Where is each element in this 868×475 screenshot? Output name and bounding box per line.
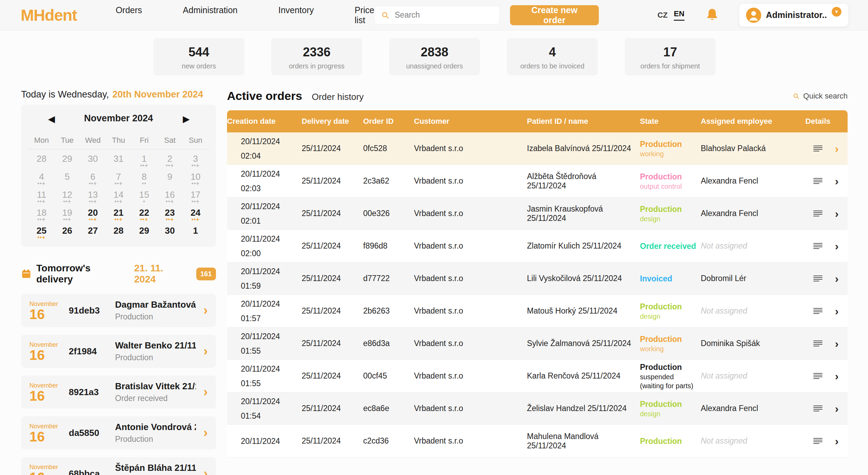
calendar-day[interactable]: 30: [80, 151, 106, 169]
order-details-chevron-icon[interactable]: [835, 209, 839, 218]
quick-search[interactable]: Quick search: [792, 92, 848, 101]
order-row[interactable]: 20/11/2024 02:00 25/11/2024 f896d8 Vrbad…: [227, 230, 848, 262]
order-notes-icon[interactable]: [813, 243, 822, 249]
calendar-day[interactable]: 6 ••+: [80, 169, 106, 187]
order-details-chevron-icon[interactable]: [835, 404, 839, 413]
calendar-day[interactable]: 12 ••+: [54, 187, 80, 205]
calendar-day[interactable]: 5: [54, 169, 80, 187]
delivery-chevron-icon[interactable]: [204, 346, 208, 356]
stat-card[interactable]: 2838 unassigned orders: [389, 38, 480, 75]
calendar-day-orders-marker: ••+: [54, 199, 80, 204]
order-row[interactable]: 20/11/2024 25/11/2024 c2cd36 Vrbadent s.…: [227, 425, 848, 457]
calendar-day[interactable]: 1: [183, 223, 208, 241]
calendar-day[interactable]: 2 ••+: [157, 151, 182, 169]
user-menu[interactable]: Administrator..: [739, 4, 848, 27]
calendar-day[interactable]: 22 ••+: [131, 205, 157, 223]
order-details-chevron-icon[interactable]: [835, 177, 839, 185]
delivery-chevron-icon[interactable]: [204, 428, 208, 438]
calendar-day[interactable]: 13 ••+: [80, 187, 106, 205]
order-notes-icon[interactable]: [813, 146, 822, 151]
calendar-day[interactable]: 21 ••+: [106, 205, 131, 223]
calendar-day[interactable]: 29: [54, 151, 80, 169]
order-details-chevron-icon[interactable]: [835, 437, 839, 445]
delivery-chevron-icon[interactable]: [204, 468, 208, 475]
calendar-day[interactable]: 24 ••+: [183, 205, 208, 223]
app-logo[interactable]: MHdent: [21, 6, 77, 25]
delivery-card[interactable]: November 16 68bbca Štěpán Bláha 21/11/20…: [21, 457, 216, 475]
order-details-chevron-icon[interactable]: [835, 274, 839, 283]
order-notes-icon[interactable]: [813, 211, 822, 216]
calendar-day[interactable]: 30: [157, 223, 182, 241]
tab-order-history[interactable]: Order history: [312, 92, 364, 102]
order-notes-icon[interactable]: [813, 373, 822, 379]
stat-card[interactable]: 2336 orders in progress: [271, 38, 362, 75]
calendar-day[interactable]: 18 ••+: [29, 205, 54, 223]
chevron-down-icon[interactable]: [832, 7, 841, 17]
stat-card[interactable]: 544 new orders: [153, 38, 244, 75]
order-details-chevron-icon[interactable]: [835, 372, 839, 380]
nav-item[interactable]: Price list: [355, 5, 374, 25]
order-row[interactable]: 20/11/2024 01:54 25/11/2024 ec8a6e Vrbad…: [227, 392, 848, 425]
stat-card[interactable]: 4 orders to be invoiced: [507, 38, 598, 75]
stat-card[interactable]: 17 orders for shipment: [625, 38, 716, 75]
calendar-day[interactable]: 25 ••+: [29, 223, 54, 241]
delivery-date-block: November 16: [29, 423, 61, 443]
order-details-chevron-icon[interactable]: [835, 145, 839, 153]
calendar-day[interactable]: 17 ••+: [183, 187, 208, 205]
calendar-day[interactable]: 28: [29, 151, 54, 169]
notifications-bell-icon[interactable]: [705, 8, 719, 23]
delivery-card[interactable]: November 16 91deb3 Dagmar Bažantová 21/1…: [21, 294, 216, 327]
calendar-day[interactable]: 15 •: [131, 187, 157, 205]
calendar-day[interactable]: 16 ••+: [157, 187, 182, 205]
calendar-day[interactable]: 20 ••+: [80, 205, 106, 223]
create-new-order-button[interactable]: Create new order: [510, 5, 599, 25]
calendar-day[interactable]: 23 ••+: [157, 205, 182, 223]
delivery-chevron-icon[interactable]: [204, 305, 208, 316]
nav-item[interactable]: Inventory: [278, 5, 314, 25]
tab-active-orders[interactable]: Active orders: [227, 89, 302, 103]
calendar-next-month-icon[interactable]: [183, 114, 190, 124]
calendar-day[interactable]: 3 ••+: [183, 151, 208, 169]
nav-item[interactable]: Orders: [116, 5, 142, 25]
delivery-card[interactable]: November 16 8921a3 Bratislav Vittek 21/1…: [21, 375, 216, 409]
lang-en[interactable]: EN: [674, 9, 685, 21]
order-row[interactable]: 20/11/2024 01:57 25/11/2024 2b6263 Vrbad…: [227, 295, 848, 327]
order-row[interactable]: 20/11/2024 01:55 25/11/2024 e86d3a Vrbad…: [227, 327, 848, 360]
order-details-chevron-icon[interactable]: [835, 339, 839, 348]
order-notes-icon[interactable]: [813, 341, 822, 346]
calendar-day[interactable]: 1 ••+: [131, 151, 157, 169]
calendar-day[interactable]: 28: [106, 223, 131, 241]
search-input[interactable]: [395, 10, 493, 20]
lang-cz[interactable]: CZ: [658, 11, 668, 20]
calendar-day[interactable]: 7 ••+: [106, 169, 131, 187]
nav-item[interactable]: Administration: [183, 5, 237, 25]
order-row[interactable]: 20/11/2024 02:04 25/11/2024 0fc528 Vrbad…: [227, 132, 848, 165]
calendar-prev-month-icon[interactable]: [48, 114, 55, 124]
order-details-chevron-icon[interactable]: [835, 307, 839, 315]
order-row[interactable]: 20/11/2024 01:55 25/11/2024 00cf45 Vrbad…: [227, 360, 848, 392]
calendar-day[interactable]: 27: [80, 223, 106, 241]
order-row[interactable]: 20/11/2024 02:01 25/11/2024 00e326 Vrbad…: [227, 197, 848, 230]
calendar-day[interactable]: 4 ••+: [29, 169, 54, 187]
calendar-day[interactable]: 29: [131, 223, 157, 241]
calendar-day[interactable]: 10 ••+: [183, 169, 208, 187]
calendar-day[interactable]: 31: [106, 151, 131, 169]
search-box[interactable]: [374, 6, 500, 25]
order-notes-icon[interactable]: [813, 406, 822, 411]
calendar-day[interactable]: 9: [157, 169, 182, 187]
order-notes-icon[interactable]: [813, 276, 822, 281]
order-row[interactable]: 20/11/2024 02:03 25/11/2024 2c3a62 Vrbad…: [227, 165, 848, 197]
calendar-day[interactable]: 11 ••+: [29, 187, 54, 205]
delivery-chevron-icon[interactable]: [204, 387, 208, 397]
calendar-day[interactable]: 8 ••: [131, 169, 157, 187]
order-notes-icon[interactable]: [813, 178, 822, 184]
order-notes-icon[interactable]: [813, 438, 822, 444]
delivery-card[interactable]: November 16 2f1984 Walter Benko 21/11/20…: [21, 335, 216, 368]
delivery-card[interactable]: November 16 da5850 Antonie Vondrová 21/1…: [21, 416, 216, 449]
order-details-chevron-icon[interactable]: [835, 242, 839, 250]
calendar-day[interactable]: 26: [54, 223, 80, 241]
calendar-day[interactable]: 14 ••+: [106, 187, 131, 205]
order-notes-icon[interactable]: [813, 308, 822, 314]
order-row[interactable]: 20/11/2024 01:59 25/11/2024 d77722 Vrbad…: [227, 262, 848, 295]
calendar-day[interactable]: 19 ••+: [54, 205, 80, 223]
